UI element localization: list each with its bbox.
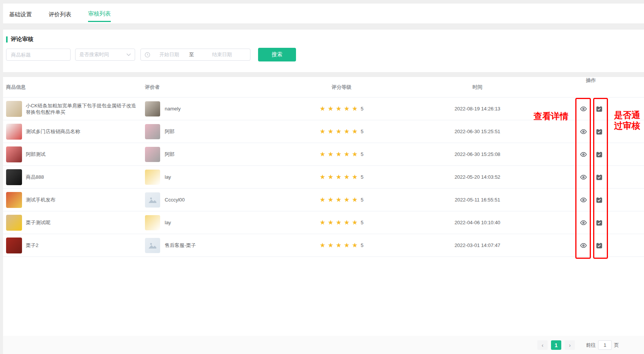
reviewer-cell: lay <box>141 170 285 185</box>
table-row: 测试手机发布 Ccccyl00 ★★★★★ 5 2022-05-11 16:55… <box>3 189 644 211</box>
star-rating: ★★★★★ <box>320 241 360 249</box>
date-range-separator: 至 <box>189 51 194 58</box>
product-name: 栗子测试呢 <box>26 219 50 226</box>
reviewer-name: 售后客服-栗子 <box>165 242 196 249</box>
avatar <box>145 215 160 230</box>
rating-cell: ★★★★★ 5 <box>285 241 398 249</box>
product-name: 测试手机发布 <box>26 197 55 203</box>
column-header-reviewer: 评价者 <box>141 84 285 91</box>
product-cell: 测试多门店核销商品名称 <box>3 124 141 140</box>
reviewer-name: lay <box>165 174 171 180</box>
chevron-left-icon: ‹ <box>542 342 543 348</box>
reviewer-cell: Ccccyl00 <box>141 192 285 208</box>
rating-score: 5 <box>361 151 363 157</box>
prev-page-button[interactable]: ‹ <box>537 340 548 350</box>
annotation-pass-audit-line2: 过审核 <box>614 120 640 131</box>
product-cell: 小CK链条加粗加宽单肩腋下包手提包金属链子改造替换包包配件单买 <box>3 101 141 117</box>
product-cell: 栗子测试呢 <box>3 215 141 231</box>
column-header-product: 商品信息 <box>3 84 141 91</box>
table-row: 栗子测试呢 lay ★★★★★ 5 2022-04-06 10:10:40 <box>3 211 644 234</box>
goto-page-input[interactable] <box>598 340 612 350</box>
product-name: 阿部测试 <box>26 151 46 157</box>
rating-score: 5 <box>361 197 363 203</box>
review-time: 2022-06-30 15:25:08 <box>398 151 557 157</box>
annotation-view-detail: 查看详情 <box>534 110 568 122</box>
section-title-text: 评论审核 <box>11 36 33 43</box>
product-name: 小CK链条加粗加宽单肩腋下包手提包金属链子改造替换包包配件单买 <box>26 102 138 115</box>
reviewer-cell: 阿部 <box>141 147 285 162</box>
end-date-placeholder: 结束日期 <box>212 51 232 58</box>
next-page-button[interactable]: › <box>565 340 575 350</box>
rating-score: 5 <box>361 174 363 180</box>
star-rating: ★★★★★ <box>320 105 360 113</box>
page-number-button[interactable]: 1 <box>551 340 561 350</box>
reviewer-name: 阿部 <box>165 151 175 158</box>
annotation-pass-audit-line1: 是否通 <box>614 110 640 120</box>
goto-label: 前往 <box>586 342 596 349</box>
column-header-actions: 操作 <box>557 77 644 97</box>
rating-score: 5 <box>361 220 363 225</box>
reviewer-name: lay <box>165 220 171 225</box>
reviewer-name: 阿部 <box>165 128 175 135</box>
reviewer-name: namely <box>165 106 181 112</box>
reviewer-cell: 售后客服-栗子 <box>141 238 285 253</box>
column-header-rating: 评分等级 <box>285 84 398 91</box>
star-rating: ★★★★★ <box>320 219 360 227</box>
product-name: 商品888 <box>26 174 44 180</box>
avatar <box>145 170 160 185</box>
product-image <box>6 169 22 185</box>
avatar <box>145 124 160 139</box>
date-range-picker[interactable]: 开始日期 至 结束日期 <box>140 49 250 61</box>
reviewer-cell: namely <box>141 101 285 116</box>
product-name: 栗子2 <box>26 242 38 249</box>
reviewer-name: Ccccyl00 <box>165 197 185 203</box>
rating-cell: ★★★★★ 5 <box>285 219 398 227</box>
section-accent-bar <box>6 36 8 42</box>
product-cell: 阿部测试 <box>3 146 141 162</box>
product-image <box>6 238 22 253</box>
tab-bar: 基础设置 评价列表 审核列表 <box>3 3 644 24</box>
review-time: 2022-05-11 16:55:51 <box>398 197 557 203</box>
annotation-pass-audit: 是否通 过审核 <box>614 110 640 131</box>
tab-audit-list[interactable]: 审核列表 <box>88 5 111 22</box>
time-mode-placeholder: 是否搜索时间 <box>79 51 109 58</box>
search-button[interactable]: 搜索 <box>258 48 296 61</box>
rating-cell: ★★★★★ 5 <box>285 127 398 135</box>
product-name: 测试多门店核销商品名称 <box>26 128 80 135</box>
rating-score: 5 <box>361 242 363 248</box>
star-rating: ★★★★★ <box>320 196 360 204</box>
rating-score: 5 <box>361 106 363 112</box>
product-image <box>6 124 22 140</box>
product-image <box>6 101 22 117</box>
rating-cell: ★★★★★ 5 <box>285 173 398 181</box>
review-time: 2022-06-30 15:25:51 <box>398 129 557 134</box>
chevron-right-icon: › <box>569 342 571 348</box>
filter-panel: 评论审核 是否搜索时间 开始日期 至 结束日期 搜索 <box>3 30 644 72</box>
table-row: 商品888 lay ★★★★★ 5 2022-05-20 14:03:52 <box>3 166 644 189</box>
tab-basic-settings[interactable]: 基础设置 <box>9 6 32 22</box>
tab-review-list[interactable]: 评价列表 <box>49 6 71 22</box>
time-mode-select[interactable]: 是否搜索时间 <box>75 49 135 61</box>
table-row: 阿部测试 阿部 ★★★★★ 5 2022-06-30 15:25:08 <box>3 143 644 166</box>
star-rating: ★★★★★ <box>320 173 360 181</box>
chevron-down-icon <box>126 53 131 56</box>
table-row: 栗子2 售后客服-栗子 ★★★★★ 5 2022-03-01 14:07:47 <box>3 234 644 257</box>
product-cell: 测试手机发布 <box>3 192 141 208</box>
start-date-placeholder: 开始日期 <box>159 51 179 58</box>
star-rating: ★★★★★ <box>320 150 360 158</box>
review-time: 2022-05-20 14:03:52 <box>398 174 557 180</box>
pagination: ‹ 1 › 前往 页 <box>537 340 619 350</box>
image-placeholder-icon <box>148 242 157 249</box>
product-cell: 商品888 <box>3 169 141 185</box>
clock-icon <box>145 52 150 58</box>
review-time: 2022-08-19 14:26:13 <box>398 106 557 112</box>
star-rating: ★★★★★ <box>320 127 360 135</box>
rating-score: 5 <box>361 129 363 134</box>
avatar <box>145 147 160 162</box>
product-image <box>6 215 22 231</box>
product-title-input[interactable] <box>6 49 71 61</box>
rating-cell: ★★★★★ 5 <box>285 196 398 204</box>
column-header-time: 时间 <box>398 84 557 91</box>
review-time: 2022-03-01 14:07:47 <box>398 242 557 248</box>
image-placeholder-icon <box>148 197 157 203</box>
